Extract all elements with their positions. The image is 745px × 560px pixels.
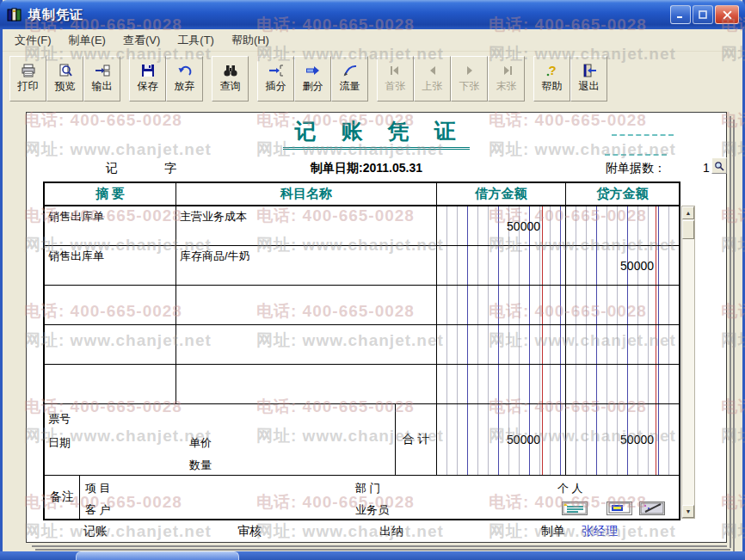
dashed-line-bottom bbox=[605, 154, 667, 156]
unit-price-label: 单价 bbox=[189, 435, 212, 451]
menubar: 文件(F) 制单(E) 查看(V) 工具(T) 帮助(H) bbox=[3, 29, 742, 52]
first-voucher-button[interactable]: 首张 bbox=[377, 56, 414, 102]
close-icon bbox=[723, 10, 732, 20]
note-tool-button[interactable] bbox=[562, 502, 588, 515]
previous-page-icon bbox=[425, 64, 440, 77]
debit-cell-row5[interactable] bbox=[437, 365, 566, 404]
voucher-subheader: 记 字 制单日期:2011.05.31 附单据数： 1 bbox=[27, 159, 726, 178]
stacked-page-edge-bottom-1 bbox=[32, 545, 727, 547]
cash-flow-button[interactable]: 流量 bbox=[331, 56, 368, 102]
credit-cell-row1[interactable] bbox=[566, 206, 679, 246]
delete-entry-button[interactable]: 删分 bbox=[294, 56, 331, 102]
binoculars-search-icon bbox=[223, 64, 238, 77]
scroll-down-button[interactable]: ▼ bbox=[682, 505, 694, 518]
total-label-cell: 合 计 bbox=[396, 404, 437, 476]
titlebar: 填制凭证 bbox=[0, 0, 745, 29]
account-cell-row4[interactable] bbox=[176, 325, 437, 365]
summary-cell-row4[interactable] bbox=[45, 325, 176, 365]
voucher-page: 记 账 凭 证 记 字 制单日期:2011.05.31 附单据数： 1 bbox=[26, 112, 727, 543]
exit-door-icon bbox=[582, 64, 597, 77]
debit-cell-row2[interactable] bbox=[437, 246, 566, 286]
menu-tools[interactable]: 工具(T) bbox=[169, 29, 223, 52]
ticket-no-label: 票号 bbox=[48, 411, 71, 427]
remark-label-cell: 备注 bbox=[45, 476, 80, 519]
stacked-page-edge-bottom-2 bbox=[35, 549, 730, 551]
credit-cell-row3[interactable] bbox=[566, 286, 679, 325]
cash-flow-icon bbox=[342, 64, 358, 77]
project-label[interactable]: 项 目 bbox=[85, 481, 111, 496]
person-label[interactable]: 个 人 bbox=[557, 481, 583, 496]
next-voucher-button[interactable]: 下张 bbox=[451, 56, 488, 102]
undo-icon bbox=[177, 64, 193, 77]
scroll-up-button[interactable]: ▲ bbox=[682, 206, 694, 219]
header-summary: 摘 要 bbox=[45, 183, 176, 206]
salesman-label[interactable]: 业务员 bbox=[355, 502, 389, 518]
window-title: 填制凭证 bbox=[28, 7, 83, 23]
aux-fields-cell[interactable]: 项 目 客 户 部 门 业务员 个 人 bbox=[80, 476, 679, 519]
print-button[interactable]: 打印 bbox=[9, 56, 46, 102]
account-cell-row3[interactable] bbox=[176, 286, 437, 325]
summary-cell-row1[interactable]: 销售出库单 bbox=[45, 206, 176, 246]
customer-label[interactable]: 客 户 bbox=[85, 502, 111, 518]
attachments-zoom-button[interactable] bbox=[711, 157, 727, 174]
ticket-info-cell[interactable]: 票号 日期 单价 数量 bbox=[45, 404, 396, 476]
first-page-icon bbox=[388, 64, 403, 77]
voucher-client-area: 记 账 凭 证 记 字 制单日期:2011.05.31 附单据数： 1 bbox=[3, 106, 742, 551]
exit-button[interactable]: 退出 bbox=[570, 56, 607, 102]
department-label[interactable]: 部 门 bbox=[355, 481, 381, 496]
preview-button[interactable]: 预览 bbox=[46, 56, 83, 102]
menu-voucher[interactable]: 制单(E) bbox=[60, 29, 114, 52]
summary-cell-row2[interactable]: 销售出库单 bbox=[45, 246, 176, 286]
save-button[interactable]: 保存 bbox=[129, 56, 166, 102]
help-icon: ? bbox=[545, 64, 560, 77]
ledger-books-icon bbox=[6, 6, 23, 23]
credit-cell-row5[interactable] bbox=[566, 365, 679, 404]
account-cell-row5[interactable] bbox=[176, 365, 437, 404]
abandon-button[interactable]: 放弃 bbox=[166, 56, 203, 102]
debit-cell-row3[interactable] bbox=[437, 286, 566, 325]
total-debit-cell: 50000 bbox=[437, 404, 566, 476]
previous-voucher-button[interactable]: 上张 bbox=[414, 56, 451, 102]
voucher-date[interactable]: 制单日期:2011.05.31 bbox=[311, 161, 422, 176]
background-window-tab[interactable] bbox=[76, 551, 239, 560]
prepared-label: 制单 bbox=[541, 524, 565, 539]
background-window-titlebar[interactable] bbox=[0, 551, 745, 560]
account-cell-row2[interactable]: 库存商品/牛奶 bbox=[176, 246, 437, 286]
menu-help[interactable]: 帮助(H) bbox=[223, 29, 278, 52]
export-icon bbox=[95, 64, 110, 77]
account-cell-row1[interactable]: 主营业务成本 bbox=[176, 206, 437, 246]
voucher-table: 摘 要 科目名称 借方金额 贷方金额 销售出库单 主营业务成本 50000 销售… bbox=[43, 182, 680, 520]
header-credit: 贷方金额 bbox=[566, 183, 679, 206]
wand-icon bbox=[640, 502, 664, 514]
voucher-scrollbar[interactable]: ▲ ▼ bbox=[681, 206, 695, 519]
voucher-word-prefix[interactable]: 记 bbox=[106, 161, 118, 176]
preparer-name: 张经理 bbox=[582, 524, 618, 539]
menu-view[interactable]: 查看(V) bbox=[114, 29, 169, 52]
credit-cell-row2[interactable]: 50000 bbox=[566, 246, 679, 286]
display-tool-button[interactable] bbox=[606, 502, 632, 515]
total-credit-cell: 50000 bbox=[566, 404, 679, 476]
wand-tool-button[interactable] bbox=[639, 502, 665, 515]
export-button[interactable]: 输出 bbox=[83, 56, 120, 102]
maximize-icon bbox=[699, 10, 707, 19]
menu-file[interactable]: 文件(F) bbox=[6, 29, 60, 52]
attachments-label: 附单据数： bbox=[606, 161, 666, 176]
attachments-count[interactable]: 1 bbox=[703, 161, 710, 175]
debit-cell-row1[interactable]: 50000 bbox=[437, 206, 566, 246]
dashed-line-top bbox=[612, 134, 674, 136]
help-button[interactable]: ? 帮助 bbox=[533, 56, 570, 102]
insert-entry-button[interactable]: 插分 bbox=[257, 56, 294, 102]
maximize-button[interactable] bbox=[693, 5, 713, 24]
last-voucher-button[interactable]: 末张 bbox=[488, 56, 525, 102]
close-button[interactable] bbox=[715, 5, 739, 24]
debit-cell-row4[interactable] bbox=[437, 325, 566, 365]
summary-cell-row5[interactable] bbox=[45, 365, 176, 404]
stacked-page-edge-right-2 bbox=[733, 120, 735, 551]
query-button[interactable]: 查询 bbox=[212, 56, 249, 102]
credit-cell-row4[interactable] bbox=[566, 325, 679, 365]
summary-cell-row3[interactable] bbox=[45, 286, 176, 325]
scrollbar-thumb[interactable] bbox=[682, 220, 694, 239]
print-preview-icon bbox=[58, 64, 73, 77]
minimize-button[interactable] bbox=[670, 5, 691, 24]
header-account: 科目名称 bbox=[176, 183, 437, 206]
